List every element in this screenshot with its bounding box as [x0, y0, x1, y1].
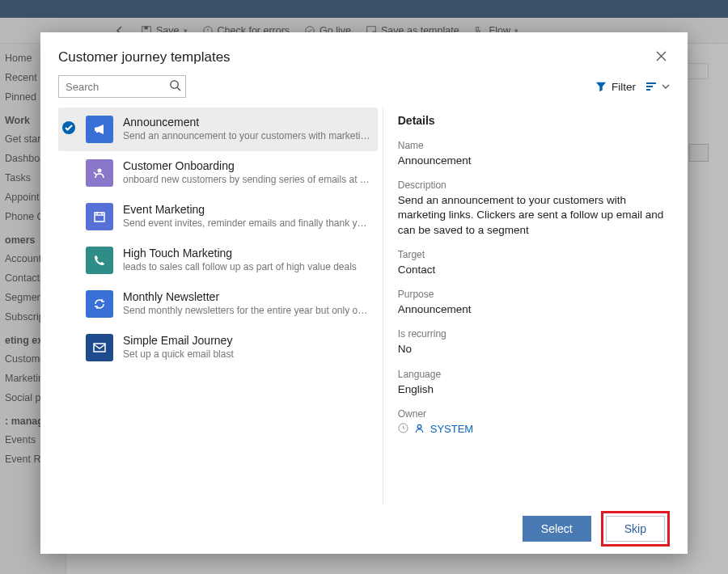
megaphone-icon — [86, 116, 113, 143]
template-subtitle: Set up a quick email blast — [123, 348, 371, 360]
clock-icon — [398, 423, 408, 436]
search-box — [58, 75, 186, 98]
chevron-down-icon — [662, 82, 670, 91]
person-icon — [86, 159, 113, 187]
template-item[interactable]: Announcement Send an announcement to you… — [58, 108, 378, 151]
calendar-icon — [86, 203, 113, 230]
template-subtitle: onboard new customers by sending series … — [123, 174, 371, 185]
person-icon — [414, 423, 425, 436]
skip-button[interactable]: Skip — [606, 516, 665, 542]
svg-point-9 — [417, 424, 421, 428]
detail-value-owner[interactable]: SYSTEM — [430, 423, 473, 435]
modal-title: Customer journey templates — [58, 49, 231, 65]
detail-value-target: Contact — [398, 263, 670, 277]
template-item[interactable]: High Touch Marketing leads to sales call… — [58, 238, 378, 282]
select-check-icon[interactable] — [61, 208, 76, 222]
template-item[interactable]: Monthly Newsletter Send monthly newslett… — [58, 282, 378, 326]
templates-modal: Customer journey templates Filter — [40, 32, 688, 554]
template-subtitle: leads to sales call follow up as part of… — [123, 261, 371, 272]
template-item[interactable]: Event Marketing Send event invites, remi… — [58, 195, 378, 238]
select-check-icon[interactable] — [61, 339, 76, 353]
template-title: Event Marketing — [123, 203, 371, 216]
template-title: Monthly Newsletter — [123, 290, 371, 303]
detail-label-target: Target — [398, 249, 670, 260]
template-title: Simple Email Journey — [123, 334, 371, 347]
phone-icon — [86, 247, 113, 274]
detail-label-language: Language — [398, 369, 670, 380]
template-list: Announcement Send an announcement to you… — [58, 108, 383, 504]
close-icon[interactable] — [653, 47, 670, 67]
details-panel: Details Name Announcement Description Se… — [383, 108, 670, 504]
skip-highlight: Skip — [601, 511, 670, 547]
template-title: Announcement — [123, 116, 371, 129]
select-check-icon[interactable] — [61, 164, 76, 179]
detail-label-name: Name — [398, 140, 670, 151]
template-subtitle: Send monthly newsletters for the entire … — [123, 305, 371, 316]
mail-icon — [86, 334, 113, 361]
template-title: Customer Onboarding — [123, 159, 371, 172]
template-item[interactable]: Simple Email Journey Set up a quick emai… — [58, 326, 378, 369]
detail-value-name: Announcement — [398, 154, 670, 168]
filter-button[interactable]: Filter — [595, 81, 636, 93]
detail-value-purpose: Announcement — [398, 302, 670, 317]
template-subtitle: Send an announcement to your customers w… — [123, 130, 371, 141]
svg-point-6 — [171, 81, 178, 88]
select-button[interactable]: Select — [523, 516, 591, 542]
select-check-icon[interactable] — [61, 251, 76, 266]
select-check-icon[interactable] — [61, 120, 76, 135]
template-item[interactable]: Customer Onboarding onboard new customer… — [58, 151, 378, 195]
detail-value-recurring: No — [398, 342, 670, 357]
refresh-icon — [86, 290, 113, 318]
search-input[interactable] — [58, 75, 186, 98]
template-subtitle: Send event invites, reminder emails and … — [123, 217, 371, 229]
detail-label-purpose: Purpose — [398, 289, 670, 300]
detail-value-language: English — [398, 382, 670, 397]
filter-label: Filter — [612, 81, 636, 93]
detail-label-description: Description — [398, 179, 670, 191]
search-icon[interactable] — [169, 79, 181, 95]
template-title: High Touch Marketing — [123, 247, 371, 260]
detail-label-owner: Owner — [398, 408, 670, 420]
detail-value-description: Send an announcement to your customers w… — [398, 193, 670, 238]
details-heading: Details — [398, 114, 670, 127]
detail-label-recurring: Is recurring — [398, 328, 670, 340]
sort-button[interactable] — [645, 82, 670, 91]
select-check-icon[interactable] — [61, 295, 76, 310]
